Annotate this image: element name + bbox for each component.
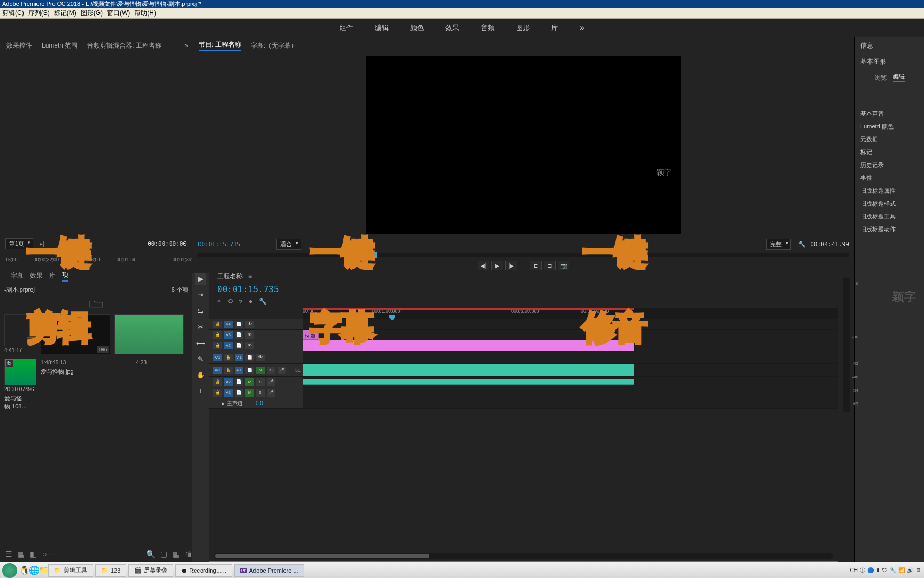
track-label[interactable]: V3 [224, 331, 233, 339]
selection-tool-icon[interactable]: ▶ [195, 273, 206, 285]
eye-icon[interactable]: 👁 [245, 321, 254, 328]
playhead[interactable] [392, 319, 392, 551]
menu-graphics[interactable]: 图形(G) [81, 9, 103, 18]
export-frame-icon[interactable]: 📷 [558, 261, 569, 270]
lock-icon[interactable]: 🔒 [213, 389, 222, 397]
tray-icon[interactable]: 🛡 [882, 567, 888, 573]
audio-clip[interactable] [303, 364, 634, 376]
lock-icon[interactable]: 🔒 [224, 354, 233, 361]
razor-tool-icon[interactable]: ✂ [195, 321, 206, 333]
lock-icon[interactable]: 🔒 [213, 321, 222, 328]
preview-canvas[interactable]: 颖字 [366, 56, 681, 234]
marker-icon[interactable]: ▿ [239, 298, 242, 305]
tray-icon[interactable]: 🔵 [867, 567, 874, 573]
trash-icon[interactable]: 🗑 [185, 550, 192, 558]
program-scrubber[interactable] [198, 253, 849, 257]
wrench-icon[interactable]: 🔧 [798, 241, 806, 248]
lock-icon[interactable]: 🔒 [213, 331, 222, 339]
info-tab[interactable]: 信息 [855, 37, 924, 54]
source-patch[interactable]: A1 [213, 367, 222, 374]
scrub-handle[interactable] [374, 252, 377, 258]
master-level[interactable]: 0.0 [256, 400, 263, 406]
voice-icon[interactable]: 🎤 [267, 378, 275, 386]
panel-lumetri-color[interactable]: Lumetri 颜色 [855, 120, 924, 133]
tray-icon[interactable]: 📶 [898, 567, 905, 573]
tabs-overflow-icon[interactable]: » [184, 42, 188, 49]
solo-icon[interactable]: S [256, 378, 265, 386]
slip-tool-icon[interactable]: ⟷ [195, 337, 206, 349]
panel-markers[interactable]: 标记 [855, 146, 924, 158]
scroll-thumb[interactable] [215, 554, 429, 558]
essential-graphics-tab[interactable]: 基本图形 [855, 54, 924, 70]
icon-view-icon[interactable]: ▦ [18, 550, 25, 558]
timeline-h-scroll[interactable] [214, 553, 833, 559]
linked-selection-icon[interactable]: ⟲ [227, 298, 233, 305]
new-bin-icon[interactable]: ▢ [160, 550, 167, 558]
project-item[interactable]: fx 20:30 07496 爱与怪物.108... [4, 359, 36, 412]
panel-legacy-title-tools[interactable]: 旧版标题工具 [855, 210, 924, 223]
eye-icon[interactable]: 👁 [245, 342, 254, 349]
panel-metadata[interactable]: 元数据 [855, 133, 924, 146]
ws-color[interactable]: 颜色 [410, 23, 424, 33]
mute-icon[interactable]: M [245, 378, 254, 386]
lock-icon[interactable]: 🔒 [224, 367, 233, 374]
toggle-output-icon[interactable]: 📄 [245, 354, 254, 361]
track-label[interactable]: A1 [235, 367, 243, 374]
menu-help[interactable]: 帮助(H) [134, 9, 156, 18]
resolution-dropdown[interactable]: 完整 [766, 239, 791, 250]
ws-graphics[interactable]: 图形 [516, 23, 530, 33]
tab-lumetri-scopes[interactable]: Lumetri 范围 [42, 41, 78, 50]
panel-legacy-title-props[interactable]: 旧版标题属性 [855, 184, 924, 197]
menu-marker[interactable]: 标记(M) [54, 9, 76, 18]
track-label[interactable]: V2 [224, 342, 233, 349]
ws-libraries[interactable]: 库 [551, 23, 558, 33]
mark-out-icon[interactable]: ⊐ [544, 261, 556, 270]
pen-tool-icon[interactable]: ✎ [195, 353, 206, 365]
panel-events[interactable]: 事件 [855, 171, 924, 184]
ripple-tool-icon[interactable]: ⇆ [195, 305, 206, 317]
taskbar-item[interactable]: 🎬屏幕录像 [128, 564, 173, 577]
track-select-tool-icon[interactable]: ⇥ [195, 289, 206, 301]
eye-icon[interactable]: 👁 [256, 354, 265, 361]
menu-edit[interactable]: 剪辑(C) [2, 9, 24, 18]
ws-editing[interactable]: 编辑 [375, 23, 389, 33]
tb-app-icon[interactable]: 📁 [38, 565, 48, 575]
hand-tool-icon[interactable]: ✋ [195, 369, 206, 381]
play-icon[interactable]: ▶ [491, 261, 503, 270]
track-label[interactable]: V4 [224, 321, 233, 328]
new-item-icon[interactable]: ▦ [173, 550, 180, 558]
panel-menu-icon[interactable]: ≡ [248, 272, 252, 280]
zoom-slider[interactable]: ○── [42, 550, 57, 558]
track-label[interactable]: A2 [224, 378, 233, 386]
ime-indicator[interactable]: CH [850, 567, 858, 573]
tray-icon[interactable]: ⬆ [876, 567, 880, 573]
step-fwd-icon[interactable]: |▶ [505, 261, 517, 270]
toggle-output-icon[interactable]: 📄 [235, 331, 243, 339]
taskbar-item[interactable]: 📁123 [95, 564, 126, 577]
type-tool-icon[interactable]: T [195, 385, 206, 397]
start-button[interactable] [2, 563, 17, 578]
solo-icon[interactable]: S [267, 367, 275, 374]
taskbar-item[interactable]: ⏺Recording...... [175, 564, 232, 577]
tray-icon[interactable]: ⓘ [860, 567, 865, 574]
fit-dropdown[interactable]: 适合 [276, 239, 301, 250]
sequence-name[interactable]: 工程名称 [217, 272, 243, 281]
tray-icon[interactable]: 🔧 [890, 567, 896, 573]
timeline-ruler[interactable]: 00.000 00:01:00.000 00:03:00.000 00:04:0… [303, 308, 838, 319]
ws-effects[interactable]: 效果 [445, 23, 459, 33]
ws-more-icon[interactable]: » [580, 23, 584, 33]
taskbar-item[interactable]: 📁剪辑工具 [48, 564, 93, 577]
project-item[interactable]: 1:48:45:13 爱与怪物.jpg [41, 359, 110, 412]
taskbar-item-active[interactable]: PrAdobe Premiere ... [234, 564, 304, 577]
tray-icon[interactable]: 🔊 [907, 567, 913, 573]
project-item[interactable]: 4:23 [114, 359, 147, 412]
ws-audio[interactable]: 音频 [481, 23, 495, 33]
panel-legacy-title-actions[interactable]: 旧版标题动作 [855, 223, 924, 235]
wrench2-icon[interactable]: 🔧 [259, 298, 267, 305]
voice-icon[interactable]: 🎤 [278, 367, 286, 374]
tb-chrome-icon[interactable]: 🌐 [29, 565, 38, 575]
source-patch[interactable]: V1 [213, 354, 222, 361]
project-item[interactable] [114, 314, 184, 354]
freeform-icon[interactable]: ◧ [30, 550, 37, 558]
settings-icon[interactable]: ● [249, 298, 252, 305]
